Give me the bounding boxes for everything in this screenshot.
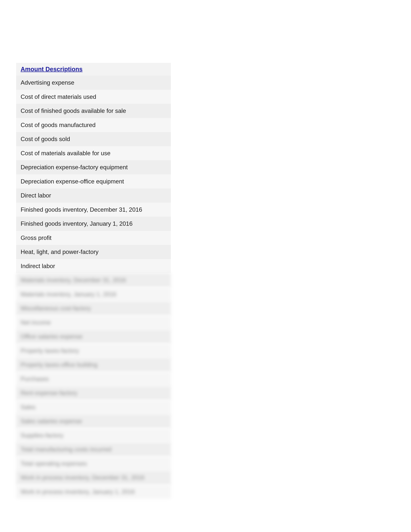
table-row: Materials inventory, December 31, 2016 (16, 273, 171, 287)
table-row: Cost of materials available for use (16, 146, 171, 161)
table-row: Purchases (16, 372, 171, 386)
amount-descriptions-table: Amount Descriptions Advertising expenseC… (16, 63, 171, 499)
table-row: Cost of finished goods available for sal… (16, 104, 171, 118)
table-row: Materials inventory, January 1, 2016 (16, 287, 171, 302)
table-row: Finished goods inventory, December 31, 2… (16, 203, 171, 217)
table-row: Property taxes-factory (16, 344, 171, 358)
amount-descriptions-link[interactable]: Amount Descriptions (21, 66, 83, 73)
table-row: Direct labor (16, 189, 171, 203)
table-row: Miscellaneous cost-factory (16, 301, 171, 315)
table-row: Advertising expense (16, 76, 171, 90)
table-row: Total manufacturing costs incurred (16, 442, 171, 456)
table-row: Cost of direct materials used (16, 90, 171, 104)
table-row: Rent expense-factory (16, 386, 171, 400)
table-row: Sales salaries expense (16, 414, 171, 428)
table-row: Work in process inventory, December 31, … (16, 471, 171, 485)
table-row: Work in process inventory, January 1, 20… (16, 485, 171, 499)
table-row: Heat, light, and power-factory (16, 245, 171, 259)
table-row: Property taxes-office building (16, 358, 171, 372)
table-header: Amount Descriptions (16, 63, 171, 76)
table-row: Indirect labor (16, 259, 171, 273)
table-row: Depreciation expense-factory equipment (16, 160, 171, 174)
table-row: Gross profit (16, 231, 171, 245)
table-row: Cost of goods manufactured (16, 118, 171, 132)
table-row: Depreciation expense-office equipment (16, 174, 171, 189)
table-row: Office salaries expense (16, 330, 171, 344)
table-row: Sales (16, 400, 171, 414)
table-row: Net income (16, 315, 171, 330)
table-row: Total operating expenses (16, 456, 171, 471)
table-row: Finished goods inventory, January 1, 201… (16, 217, 171, 231)
table-row: Cost of goods sold (16, 132, 171, 146)
table-row: Supplies-factory (16, 428, 171, 443)
